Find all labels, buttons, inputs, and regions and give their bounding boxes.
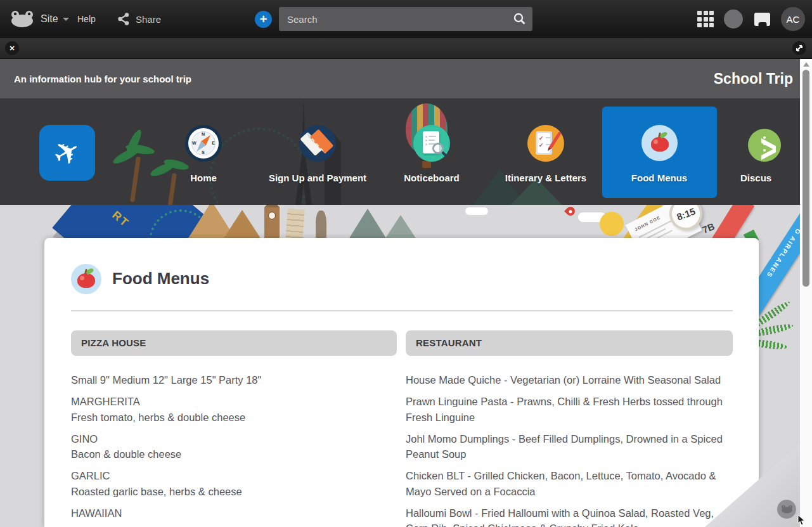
restaurant-menu-list: House Made Quiche - Vegetarian (or) Lorr… [406,372,733,527]
search-icon[interactable] [512,12,527,27]
mouse-cursor [797,515,808,526]
frog-chat-bubble[interactable] [777,500,796,519]
menu-item-name: HAWAIIAN [71,505,397,521]
site-menu-label: Site [41,13,58,25]
diagonal-arrows-icon [792,41,806,55]
nav-tile-food-menus-selected[interactable]: Food Menus [602,107,717,198]
share-label: Share [136,14,161,25]
toolbar [0,38,812,59]
menu-item: HAWAIIAN [71,505,397,521]
search-input[interactable] [279,7,532,31]
site-menu[interactable]: Site [41,0,69,38]
tickets-icon: TICKET [299,125,336,162]
share-icon [117,12,131,26]
help-menu[interactable]: Help [77,0,96,38]
frog-logo-icon[interactable] [10,10,34,28]
chevron-down-icon [63,18,69,21]
menu-item: Halloumi Bowl - Fried Halloumi with a Qu… [406,505,733,527]
content-card: Food Menus PIZZA HOUSE RESTAURANT Small … [44,238,759,527]
menu-section-header-restaurant: RESTAURANT [406,330,733,356]
noticeboard-icon [413,125,450,162]
menu-item: MARGHERITAFresh tomato, herbs & double c… [71,394,397,425]
ribbon-text: O AIRPLANES [765,228,802,279]
clipboard-pen-icon [527,125,564,162]
compass-icon: N E S W [185,125,222,162]
food-menus-icon [71,264,101,294]
add-button[interactable] [255,11,272,28]
menu-item-desc: Bacon & double cheese [71,446,397,462]
passport-letters: RT [110,209,132,230]
search-box [279,7,532,31]
seat-number: 7B [701,221,716,235]
site-banner: An information hub for your school trip … [0,59,812,98]
menu-item-name: GARLIC [71,468,397,484]
map-pin-icon [564,205,577,218]
menu-item: GINOBacon & double cheese [71,431,397,462]
airplane-icon [46,130,87,175]
yellow-circle-graphic [600,212,624,236]
ferris-wheel-silhouette [209,127,309,205]
nav-strip: N E S W Home TICKET Sign Up and Payment [0,98,812,205]
app-root: Site Help Share [0,0,812,527]
avatar-initials: AC [787,14,800,25]
pizza-menu-list: Small 9" Medium 12" Large 15" Party 18" … [71,372,397,527]
divider [71,310,733,311]
nav-label-discussion[interactable]: Discus [715,172,772,183]
menu-section-header-pizza: PIZZA HOUSE [71,330,397,356]
menu-item: Small 9" Medium 12" Large 15" Party 18" [71,372,397,388]
avatar[interactable] [724,10,743,29]
frog-icon [781,505,793,514]
menu-item: Chicken BLT - Grilled Chicken, Bacon, Le… [406,468,733,499]
scrollbar-up-arrow[interactable] [803,62,809,67]
close-icon[interactable] [5,41,19,55]
cloud-graphic [465,207,488,215]
menu-item-name: MARGHERITA [71,394,397,410]
menu-item: Johl Momo Dumplings - Beef Filled Dumpli… [406,431,733,462]
menu-item: GARLICRoasted garlic base, herbs & chees… [71,468,397,499]
menu-item-name: GINO [71,431,397,447]
compass-n: N [202,132,205,136]
menu-item: Prawn Linguine Pasta - Prawns, Chilli & … [406,394,733,425]
scrollbar-thumb[interactable] [802,70,809,287]
help-menu-label: Help [77,14,96,24]
clock-time: 8:15 [671,204,701,224]
top-bar: Site Help Share [0,0,812,38]
menu-item: House Made Quiche - Vegetarian (or) Lorr… [406,372,733,388]
nav-tile-airplane[interactable] [39,125,95,181]
chevron-right-icon[interactable] [760,126,777,172]
compass-e: E [212,141,215,145]
compass-w: W [192,141,197,145]
page-title: School Trip [714,70,793,88]
display-icon[interactable] [754,13,770,26]
moai-graphic [316,211,326,240]
menu-item-line: Small 9" Medium 12" Large 15" Party 18" [71,372,397,388]
nav-label-food-menus[interactable]: Food Menus [590,172,729,183]
compass-s: S [202,150,205,155]
user-avatar[interactable]: AC [781,7,805,31]
share-button[interactable]: Share [117,0,161,38]
menu-item-desc: Fresh tomato, herbs & double cheese [71,410,397,426]
site-tagline: An information hub for your school trip [14,74,191,84]
menu-item-desc: Roasted garlic base, herbs & cheese [71,484,397,500]
apps-grid-icon[interactable] [697,11,715,28]
apple-icon [641,125,678,161]
expand-icon[interactable] [792,41,806,55]
content-title: Food Menus [112,269,209,289]
